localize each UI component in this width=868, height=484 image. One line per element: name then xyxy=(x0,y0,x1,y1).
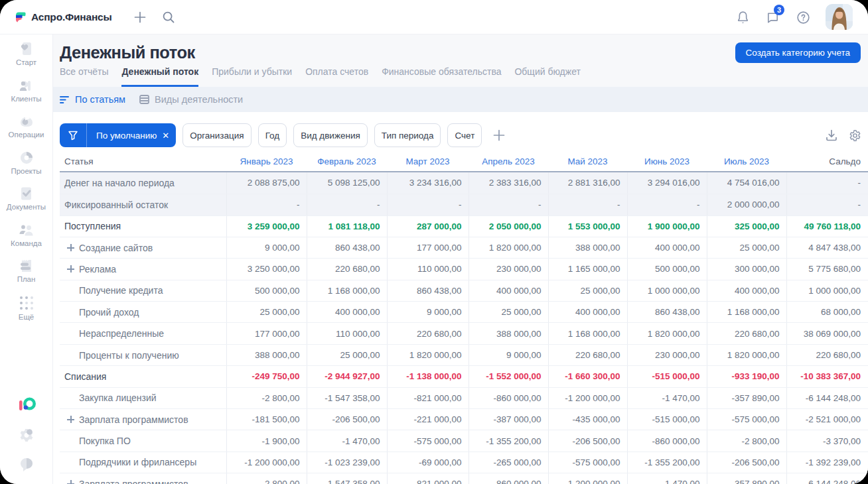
sidebar-item-team[interactable]: Команда xyxy=(0,221,52,258)
brand-name: Аспро.Финансы xyxy=(31,11,112,23)
value-cell: -206 500,00 xyxy=(307,409,387,430)
value-cell: -221 000,00 xyxy=(387,409,469,430)
expand-row-icon[interactable] xyxy=(67,244,74,251)
article-cell: Нераспределенные xyxy=(60,323,226,344)
page-title: Денежный поток xyxy=(60,44,195,61)
report-content: По умолчанию ✕ ОрганизацияГодВид движени… xyxy=(53,112,868,484)
sidebar: СтартКлиентыОперацииПроектыДокументыКома… xyxy=(0,34,53,484)
table-settings-button[interactable] xyxy=(847,128,862,143)
user-avatar[interactable] xyxy=(826,4,853,30)
search-button[interactable] xyxy=(161,9,177,25)
table-row: Зарплата программистов-2 800,00-1 547 35… xyxy=(60,473,868,484)
column-header-month[interactable]: Апрель 2023 xyxy=(469,151,548,172)
value-cell: -69 000,00 xyxy=(387,452,469,473)
filter-chip-year[interactable]: Год xyxy=(258,123,287,147)
funnel-section[interactable] xyxy=(60,123,87,147)
article-cell: Зарплата программистов xyxy=(60,409,226,430)
download-button[interactable] xyxy=(824,128,839,143)
table-row: Нераспределенные177 000,00110 000,00220 … xyxy=(60,323,868,344)
subtab-activity-kinds[interactable]: Виды деятельности xyxy=(139,94,243,105)
table-row: Поступления3 259 000,001 081 118,00287 0… xyxy=(60,215,868,237)
value-cell: -181 500,00 xyxy=(226,409,307,430)
column-header-article: Статья xyxy=(60,151,226,172)
value-cell: -265 000,00 xyxy=(469,452,548,473)
sidebar-item-documents[interactable]: Документы xyxy=(0,185,52,221)
table-head: СтатьяЯнварь 2023Февраль 2023Март 2023Ап… xyxy=(60,151,868,172)
brand-logo-icon xyxy=(15,11,27,23)
sidebar-item-plan[interactable]: План xyxy=(0,257,52,294)
tab-financial-obligations[interactable]: Финансовые обязательства xyxy=(382,66,501,87)
row-label: Списания xyxy=(64,371,106,382)
value-cell: -860 000,00 xyxy=(469,387,548,408)
value-cell: - xyxy=(307,194,387,215)
sidebar-support-chat[interactable] xyxy=(0,457,53,474)
value-cell: 110 000,00 xyxy=(387,259,469,280)
filter-chip-account[interactable]: Счет xyxy=(447,123,482,147)
tab-general-budget[interactable]: Общий бюджет xyxy=(514,66,580,87)
table-row: Проценты к получению388 000,0025 000,001… xyxy=(60,344,868,365)
column-header-month[interactable]: Январь 2023 xyxy=(226,151,307,172)
search-icon xyxy=(161,10,176,25)
sidebar-item-projects[interactable]: Проекты xyxy=(0,149,52,186)
column-header-month[interactable]: Июль 2023 xyxy=(707,151,786,172)
article-cell: Создание сайтов xyxy=(60,237,226,258)
value-cell: 1 081 118,00 xyxy=(307,215,387,237)
row-label: Покупка ПО xyxy=(79,436,131,446)
clear-filter-icon[interactable]: ✕ xyxy=(162,131,169,141)
saldo-cell: -2 521 000,00 xyxy=(786,409,868,430)
plan-icon xyxy=(18,259,35,273)
filter-chips: ОрганизацияГодВид движенияТип периодаСче… xyxy=(176,123,482,147)
value-cell: 9 000,00 xyxy=(226,237,307,258)
tab-profit-loss[interactable]: Прибыли и убытки xyxy=(212,66,292,87)
tab-all-reports[interactable]: Все отчёты xyxy=(60,66,108,87)
filter-row: По умолчанию ✕ ОрганизацияГодВид движени… xyxy=(60,123,868,147)
messages-badge: 3 xyxy=(774,5,784,15)
add-filter-button[interactable] xyxy=(488,125,510,146)
sidebar-app-logo[interactable] xyxy=(0,396,53,414)
column-header-month[interactable]: Март 2023 xyxy=(387,151,469,172)
subtab-by-articles[interactable]: По статьям xyxy=(60,94,125,105)
sidebar-settings[interactable] xyxy=(0,427,53,444)
value-cell: 1 165 000,00 xyxy=(548,259,627,280)
active-filter-pill[interactable]: По умолчанию ✕ xyxy=(60,123,176,147)
row-label-wrap: Зарплата программистов xyxy=(64,414,226,425)
active-filter-label[interactable]: По умолчанию ✕ xyxy=(87,123,176,147)
create-category-button[interactable]: Создать категорию учета xyxy=(735,42,861,63)
filter-chip-movement-kind[interactable]: Вид движения xyxy=(293,123,368,147)
row-label: Реклама xyxy=(79,264,116,274)
tab-invoice-payment[interactable]: Оплата счетов xyxy=(305,66,368,87)
notifications-button[interactable] xyxy=(735,9,751,25)
sidebar-item-more[interactable]: Ещё xyxy=(0,294,52,330)
value-cell: 300 000,00 xyxy=(707,259,786,280)
value-cell: - xyxy=(627,194,707,215)
sidebar-item-clients[interactable]: Клиенты xyxy=(0,77,52,113)
row-label-wrap: Прочий доход xyxy=(64,307,226,318)
column-header-month[interactable]: Май 2023 xyxy=(548,151,627,172)
expand-row-icon[interactable] xyxy=(67,416,74,423)
column-header-month[interactable]: Февраль 2023 xyxy=(307,151,387,172)
value-cell: 1 820 000,00 xyxy=(387,344,469,365)
download-icon xyxy=(825,129,838,142)
filter-chip-organization[interactable]: Организация xyxy=(182,123,251,147)
help-button[interactable] xyxy=(795,9,811,25)
value-cell: 9 000,00 xyxy=(387,302,469,323)
filter-chip-period-type[interactable]: Тип периода xyxy=(374,123,441,147)
row-label-wrap: Нераспределенные xyxy=(64,328,226,339)
value-cell: -1 470,00 xyxy=(627,473,707,484)
saldo-cell: 4 847 438,00 xyxy=(786,237,868,258)
expand-row-icon[interactable] xyxy=(67,265,74,272)
tab-cash-flow[interactable]: Денежный поток xyxy=(121,66,198,87)
value-cell: -1 470,00 xyxy=(307,430,387,452)
value-cell: -1 660 300,00 xyxy=(548,366,627,387)
quick-add-button[interactable] xyxy=(132,9,148,25)
value-cell: -821 000,00 xyxy=(387,387,469,408)
sidebar-item-operations[interactable]: Операции xyxy=(0,113,52,149)
sidebar-item-label: Документы xyxy=(7,203,46,211)
expand-row-icon[interactable] xyxy=(67,480,74,484)
brand: Аспро.Финансы xyxy=(15,11,112,23)
table-header-row: СтатьяЯнварь 2023Февраль 2023Март 2023Ап… xyxy=(60,151,868,172)
value-cell: -435 000,00 xyxy=(548,409,627,430)
sidebar-item-start[interactable]: Старт xyxy=(0,40,52,77)
column-header-month[interactable]: Июнь 2023 xyxy=(627,151,707,172)
gear-icon xyxy=(18,427,35,444)
